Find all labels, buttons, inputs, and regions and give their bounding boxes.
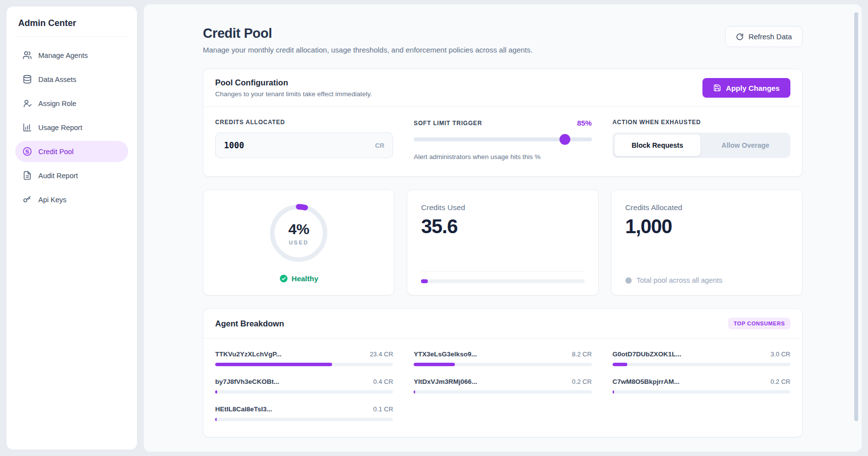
vertical-scrollbar[interactable] <box>854 12 858 421</box>
credits-allocated-input[interactable] <box>224 140 375 150</box>
sidebar-item-label: Assign Role <box>38 100 76 107</box>
agent-name: YTX3eLsG3elkso9... <box>414 350 476 358</box>
usage-donut-chart: 4% USED <box>268 203 329 264</box>
agent-row: YTX3eLsG3elkso9... 8.2 CR <box>414 350 591 366</box>
slider-thumb[interactable] <box>560 134 570 145</box>
credits-used-progress-fill <box>421 279 428 283</box>
health-status-label: Healthy <box>292 274 318 283</box>
pool-configuration-card: Pool Configuration Changes to your tenan… <box>203 69 803 177</box>
action-segmented-control: Block Requests Allow Overage <box>613 133 790 158</box>
agent-usage-bar <box>613 390 790 394</box>
apply-changes-label: Apply Changes <box>726 84 780 92</box>
apply-changes-button[interactable]: Apply Changes <box>702 78 790 98</box>
refresh-data-button[interactable]: Refresh Data <box>725 26 803 47</box>
credits-allocated-input-wrap: CR <box>215 133 393 158</box>
agent-credits: 0.2 CR <box>572 378 591 385</box>
agent-row: YItDxVJm3RMj066... 0.2 CR <box>414 378 591 394</box>
agent-name: by7J8fVh3eCKOBt... <box>215 378 280 385</box>
credits-allocated-label: Credits Allocated <box>215 119 393 126</box>
sidebar-item-api-keys[interactable]: Api Keys <box>15 189 128 210</box>
sidebar-item-label: Data Assets <box>38 76 76 83</box>
sidebar-item-label: Credit Pool <box>38 148 74 156</box>
page-title: Credit Pool <box>203 26 532 41</box>
agent-usage-bar <box>215 363 393 366</box>
page-subtitle: Manage your monthly credit allocation, u… <box>203 46 532 54</box>
soft-limit-helper: Alert administrators when usage hits thi… <box>414 153 591 161</box>
allow-overage-option[interactable]: Allow Overage <box>702 134 788 156</box>
health-status: Healthy <box>280 274 318 283</box>
agent-credits: 0.1 CR <box>373 405 393 413</box>
credits-used-card: Credits Used 35.6 <box>407 189 598 295</box>
agent-name: G0otD7DUbZXOK1L... <box>613 350 681 358</box>
sidebar-item-label: Audit Report <box>38 172 78 180</box>
sidebar-item-manage-agents[interactable]: Manage Agents <box>15 45 128 66</box>
user-check-icon <box>23 99 32 108</box>
refresh-label: Refresh Data <box>749 32 792 41</box>
usage-ring-card: 4% USED Healthy <box>203 189 394 295</box>
soft-limit-slider[interactable] <box>414 134 591 145</box>
sidebar-item-label: Usage Report <box>38 124 82 132</box>
agent-usage-bar <box>613 363 790 366</box>
agent-usage-bar <box>215 390 393 394</box>
top-consumers-badge: TOP CONSUMERS <box>728 318 790 329</box>
action-when-exhausted-field: Action When Exhausted Block Requests All… <box>613 119 790 161</box>
sidebar-item-usage-report[interactable]: Usage Report <box>15 117 128 138</box>
sidebar-item-data-assets[interactable]: Data Assets <box>15 69 128 90</box>
credits-used-label: Credits Used <box>421 203 584 212</box>
sidebar-item-credit-pool[interactable]: Credit Pool <box>15 141 128 162</box>
sidebar-item-assign-role[interactable]: Assign Role <box>15 93 128 114</box>
save-icon <box>713 84 721 92</box>
credits-used-progress <box>421 279 584 283</box>
agent-name: TTKVu2YzXLchVgP... <box>215 350 281 358</box>
credits-used-value: 35.6 <box>421 215 584 238</box>
agent-row: HEtIL8CaI8eTsI3... 0.1 CR <box>215 405 393 421</box>
soft-limit-value: 85% <box>577 119 592 127</box>
sidebar-title: Admin Center <box>15 18 128 37</box>
bar-chart-icon <box>23 123 32 132</box>
agent-row: G0otD7DUbZXOK1L... 3.0 CR <box>613 350 790 366</box>
credits-allocated-footnote: Total pool across all agents <box>625 276 723 284</box>
agent-credits: 8.2 CR <box>572 350 591 358</box>
agent-name: HEtIL8CaI8eTsI3... <box>215 405 272 413</box>
sidebar: Admin Center Manage Agents Data Assets A… <box>6 6 138 450</box>
usage-percent: 4% <box>288 221 309 238</box>
sidebar-item-audit-report[interactable]: Audit Report <box>15 165 128 186</box>
credits-allocated-value: 1,000 <box>625 215 788 238</box>
block-requests-option[interactable]: Block Requests <box>615 134 700 156</box>
pool-config-title: Pool Configuration <box>215 78 372 87</box>
agent-breakdown-title: Agent Breakdown <box>215 319 284 328</box>
divider <box>421 271 584 271</box>
credits-allocated-stat-label: Credits Allocated <box>625 203 788 212</box>
agent-row: TTKVu2YzXLchVgP... 23.4 CR <box>215 350 393 366</box>
agent-row: by7J8fVh3eCKOBt... 0.4 CR <box>215 378 393 394</box>
page-header: Credit Pool Manage your monthly credit a… <box>203 26 803 54</box>
agent-breakdown-card: Agent Breakdown TOP CONSUMERS TTKVu2YzXL… <box>203 308 803 437</box>
stats-row: 4% USED Healthy Credits Used 35.6 <box>203 189 803 295</box>
credits-unit-label: CR <box>375 142 385 149</box>
agent-credits: 0.2 CR <box>771 378 790 385</box>
agent-name: YItDxVJm3RMj066... <box>414 378 477 385</box>
agent-usage-bar <box>414 390 591 394</box>
main-panel: Credit Pool Manage your monthly credit a… <box>143 4 862 452</box>
usage-sub-label: USED <box>289 240 309 245</box>
credits-allocated-field: Credits Allocated CR <box>215 119 393 161</box>
action-label: Action When Exhausted <box>613 119 790 126</box>
agent-usage-bar <box>215 418 393 421</box>
refresh-icon <box>736 33 744 41</box>
agent-credits: 23.4 CR <box>370 350 393 358</box>
soft-limit-field: Soft Limit Trigger 85% Alert administrat… <box>414 119 591 161</box>
dollar-circle-icon <box>23 147 32 156</box>
document-icon <box>23 171 32 180</box>
sidebar-item-label: Api Keys <box>38 196 66 204</box>
credits-allocated-card: Credits Allocated 1,000 Total pool acros… <box>611 189 803 295</box>
agent-credits: 3.0 CR <box>771 350 790 358</box>
users-icon <box>23 51 32 60</box>
check-circle-icon <box>280 274 288 283</box>
sidebar-item-label: Manage Agents <box>38 52 88 59</box>
key-icon <box>23 195 32 204</box>
agent-credits: 0.4 CR <box>373 378 393 385</box>
database-icon <box>23 75 32 84</box>
dot-icon <box>625 277 632 284</box>
agent-usage-bar <box>414 363 591 366</box>
soft-limit-label: Soft Limit Trigger 85% <box>414 119 591 127</box>
